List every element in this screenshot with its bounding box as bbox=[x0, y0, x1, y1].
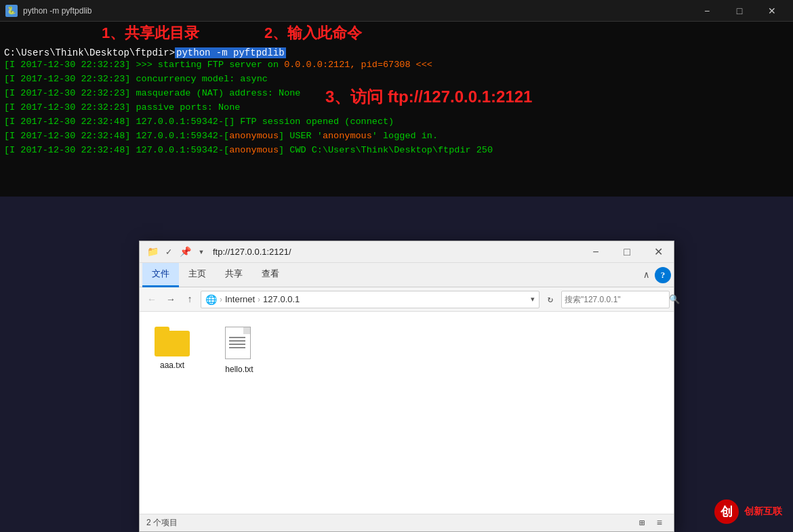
ribbon-tab-view[interactable]: 查看 bbox=[252, 263, 289, 287]
nav-bar: ← → ↑ 🌐 › Internet › 127.0.0.1 ▾ ↻ 🔍 bbox=[140, 287, 674, 312]
explorer-window-controls: − □ ✕ bbox=[580, 241, 674, 263]
ribbon-tab-file[interactable]: 文件 bbox=[142, 263, 179, 287]
explorer-window: 📁 ✓ 📌 ▾ ftp://127.0.0.1:2121/ − □ ✕ 文件 主… bbox=[139, 241, 674, 532]
ribbon-help-button[interactable]: ? bbox=[655, 267, 671, 283]
txt-icon-hello bbox=[225, 327, 253, 361]
search-icon[interactable]: 🔍 bbox=[669, 294, 680, 305]
terminal-prompt-line: C:\Users\Think\Desktop\ftpdir > python -… bbox=[4, 47, 789, 58]
view-toggle-buttons: ⊞ ≡ bbox=[634, 516, 667, 531]
ribbon-tab-home[interactable]: 主页 bbox=[179, 263, 216, 287]
search-container: 🔍 bbox=[561, 291, 670, 308]
search-input[interactable] bbox=[565, 295, 666, 304]
checkmark-icon: ✓ bbox=[161, 245, 176, 260]
ribbon-tab-share[interactable]: 共享 bbox=[216, 263, 252, 287]
watermark: 创 创新互联 bbox=[714, 499, 782, 524]
terminal-command: python -m pyftpdlib bbox=[175, 47, 286, 58]
file-label-aaa: aaa.txt bbox=[160, 361, 184, 370]
terminal-title-area: 🐍 python -m pyftpdlib bbox=[5, 5, 92, 17]
nav-refresh-button[interactable]: ↻ bbox=[542, 291, 558, 308]
log-line-2: [I 2017-12-30 22:32:23] concurrency mode… bbox=[4, 73, 789, 87]
nav-up-button[interactable]: ↑ bbox=[182, 291, 198, 308]
thumbnail-view-button[interactable]: ⊞ bbox=[634, 516, 649, 531]
explorer-title-area: 📁 ✓ 📌 ▾ ftp://127.0.0.1:2121/ bbox=[145, 245, 291, 260]
pin-icon: 📌 bbox=[178, 245, 192, 260]
nav-ip-segment[interactable]: 127.0.0.1 bbox=[263, 294, 300, 304]
ribbon-collapse-icon[interactable]: ∧ bbox=[638, 269, 655, 281]
terminal-close-button[interactable]: ✕ bbox=[756, 0, 788, 22]
terminal-maximize-button[interactable]: □ bbox=[724, 0, 755, 22]
quick-access-toolbar: 📁 ✓ 📌 ▾ bbox=[145, 245, 209, 260]
terminal-title: python -m pyftpdlib bbox=[23, 6, 92, 16]
nav-globe-icon: 🌐 bbox=[205, 294, 217, 305]
nav-internet-segment[interactable]: Internet bbox=[225, 294, 255, 304]
explorer-maximize-button[interactable]: □ bbox=[611, 241, 643, 263]
list-view-button[interactable]: ≡ bbox=[652, 516, 667, 531]
dropdown-arrow-icon[interactable]: ▾ bbox=[194, 245, 209, 260]
terminal-window: 🐍 python -m pyftpdlib − □ ✕ 1、共享此目录 2、输入… bbox=[0, 0, 793, 197]
file-item-aaa[interactable]: aaa.txt bbox=[150, 323, 194, 374]
terminal-body: 1、共享此目录 2、输入此命令 3、访问 ftp://127.0.0.1:212… bbox=[0, 22, 793, 197]
explorer-titlebar: 📁 ✓ 📌 ▾ ftp://127.0.0.1:2121/ − □ ✕ bbox=[140, 241, 674, 263]
explorer-close-button[interactable]: ✕ bbox=[643, 241, 674, 263]
explorer-minimize-button[interactable]: − bbox=[580, 241, 611, 263]
folder-icon-aaa bbox=[155, 327, 190, 356]
terminal-app-icon: 🐍 bbox=[5, 5, 18, 17]
file-area: aaa.txt hello.txt bbox=[140, 312, 674, 514]
terminal-path: C:\Users\Think\Desktop\ftpdir bbox=[4, 47, 169, 58]
log-line-5: [I 2017-12-30 22:32:48] 127.0.0.1:59342-… bbox=[4, 115, 789, 129]
log-line-1: [I 2017-12-30 22:32:23] >>> starting FTP… bbox=[4, 58, 789, 73]
terminal-minimize-button[interactable]: − bbox=[691, 0, 723, 22]
annotation-2: 2、输入此命令 bbox=[264, 23, 362, 43]
file-label-hello: hello.txt bbox=[225, 365, 253, 374]
annotation-1: 1、共享此目录 bbox=[102, 23, 199, 43]
explorer-ribbon: 文件 主页 共享 查看 ∧ ? bbox=[140, 263, 674, 287]
log-line-6: [I 2017-12-30 22:32:48] 127.0.0.1:59342-… bbox=[4, 129, 789, 144]
nav-forward-button[interactable]: → bbox=[163, 291, 179, 308]
log-line-7: [I 2017-12-30 22:32:48] 127.0.0.1:59342-… bbox=[4, 144, 789, 158]
explorer-title-text: ftp://127.0.0.1:2121/ bbox=[213, 247, 291, 257]
terminal-window-controls: − □ ✕ bbox=[691, 0, 788, 22]
folder-icon-small: 📁 bbox=[145, 245, 160, 260]
nav-path-bar[interactable]: 🌐 › Internet › 127.0.0.1 ▾ bbox=[201, 291, 540, 308]
log-line-4: [I 2017-12-30 22:32:23] passive ports: N… bbox=[4, 101, 789, 115]
log-line-3: [I 2017-12-30 22:32:23] masquerade (NAT)… bbox=[4, 87, 789, 101]
watermark-logo: 创 bbox=[714, 499, 739, 524]
nav-back-button[interactable]: ← bbox=[144, 291, 160, 308]
terminal-titlebar: 🐍 python -m pyftpdlib − □ ✕ bbox=[0, 0, 793, 22]
nav-path-dropdown-icon[interactable]: ▾ bbox=[531, 295, 535, 304]
status-item-count: 2 个项目 bbox=[146, 517, 178, 529]
status-bar: 2 个项目 ⊞ ≡ bbox=[140, 514, 674, 531]
watermark-text: 创新互联 bbox=[744, 506, 782, 518]
file-item-hello[interactable]: hello.txt bbox=[221, 323, 258, 378]
